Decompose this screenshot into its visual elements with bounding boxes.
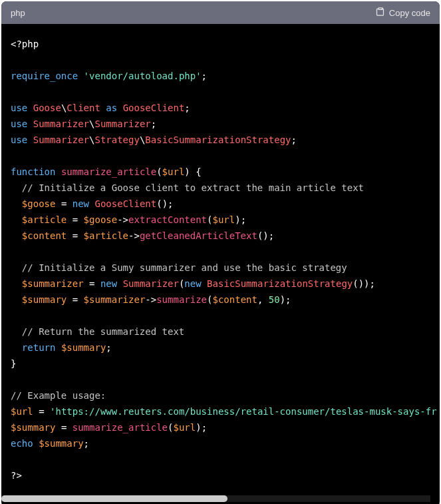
code-line: function summarize_article($url) {: [11, 166, 202, 177]
code-line: $summary = $summarizer->summarize($conte…: [11, 294, 291, 305]
copy-code-label: Copy code: [389, 8, 430, 18]
clipboard-icon: [375, 7, 385, 19]
code-block: php Copy code <?php require_once 'vendor…: [1, 1, 440, 504]
code-line: $goose = new GooseClient();: [11, 198, 174, 209]
code-line: $summary = summarize_article($url);: [11, 422, 207, 433]
code-line: $article = $goose->extractContent($url);: [11, 214, 246, 225]
code-header: php Copy code: [1, 1, 440, 24]
horizontal-scrollbar[interactable]: [1, 495, 430, 502]
code-line: // Example usage:: [11, 390, 106, 401]
code-line: // Initialize a Goose client to extract …: [11, 182, 364, 193]
code-line: use Summarizer\Summarizer;: [11, 119, 156, 129]
code-content: <?php require_once 'vendor/autoload.php'…: [1, 24, 440, 495]
code-line: <?php: [11, 39, 39, 49]
code-line: $url = 'https://www.reuters.com/business…: [11, 406, 437, 417]
code-line: $summarizer = new Summarizer(new BasicSu…: [11, 278, 375, 289]
code-line: use Goose\Client as GooseClient;: [11, 103, 190, 113]
code-line: require_once 'vendor/autoload.php';: [11, 71, 207, 81]
code-line: }: [11, 358, 16, 369]
code-line: echo $summary;: [11, 438, 89, 449]
code-line: use Summarizer\Strategy\BasicSummarizati…: [11, 134, 297, 145]
copy-code-button[interactable]: Copy code: [375, 7, 430, 19]
code-line: $content = $article->getCleanedArticleTe…: [11, 230, 274, 241]
code-line: // Initialize a Sumy summarizer and use …: [11, 262, 347, 273]
code-line: // Return the summarized text: [11, 326, 184, 337]
language-label: php: [11, 8, 25, 18]
scrollbar-thumb[interactable]: [1, 495, 227, 502]
code-line: return $summary;: [11, 342, 112, 353]
code-line: ?>: [11, 470, 22, 481]
